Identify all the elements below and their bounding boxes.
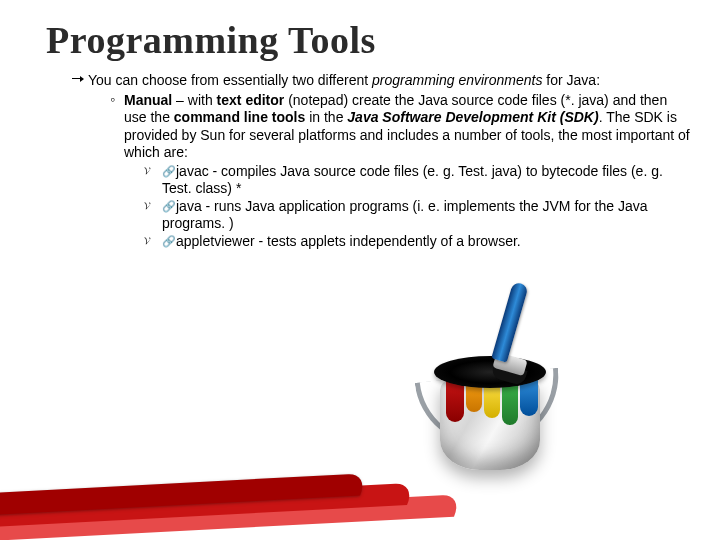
- link-icon: 🔗: [162, 165, 176, 177]
- tool-list: 🔗javac - compiles Java source code files…: [124, 163, 692, 251]
- swoosh-band-icon: [0, 494, 464, 540]
- manual-label: Manual: [124, 92, 172, 108]
- swoosh-band-icon: [0, 473, 370, 516]
- tool-java: 🔗java - runs Java application programs (…: [146, 198, 692, 233]
- footer-swoosh: [0, 470, 720, 540]
- manual-dash: – with: [172, 92, 216, 108]
- link-icon: 🔗: [162, 235, 176, 247]
- paint-bucket-illustration: [390, 300, 590, 480]
- top-bullet: You can choose from essentially two diff…: [72, 72, 692, 250]
- tool-appletviewer: 🔗appletviewer - tests applets independen…: [146, 233, 692, 251]
- swoosh-band-icon: [0, 483, 417, 528]
- manual-bullet: Manual – with text editor (notepad) crea…: [110, 92, 692, 251]
- slide: Programming Tools You can choose from es…: [0, 0, 720, 540]
- link-icon: 🔗: [162, 200, 176, 212]
- brush-handle-icon: [491, 281, 528, 362]
- manual-mid2: in the: [305, 109, 347, 125]
- manual-sdk: Java Software Development Kit (SDK): [347, 109, 598, 125]
- manual-texteditor: text editor: [217, 92, 285, 108]
- bucket-rim-icon: [434, 356, 546, 388]
- tool-javac-text: javac - compiles Java source code files …: [162, 163, 663, 197]
- tool-javac: 🔗javac - compiles Java source code files…: [146, 163, 692, 198]
- sub-list: Manual – with text editor (notepad) crea…: [88, 92, 692, 251]
- content-block: You can choose from essentially two diff…: [46, 72, 692, 250]
- paint-drip-blue-icon: [520, 380, 538, 416]
- intro-emphasis: programming environments: [372, 72, 542, 88]
- tool-java-text: java - runs Java application programs (i…: [162, 198, 648, 232]
- tool-appletviewer-text: appletviewer - tests applets independent…: [176, 233, 521, 249]
- intro-prefix: You can choose from essentially two diff…: [88, 72, 372, 88]
- intro-suffix: for Java:: [542, 72, 600, 88]
- page-title: Programming Tools: [46, 18, 692, 62]
- manual-cmdline: command line tools: [174, 109, 305, 125]
